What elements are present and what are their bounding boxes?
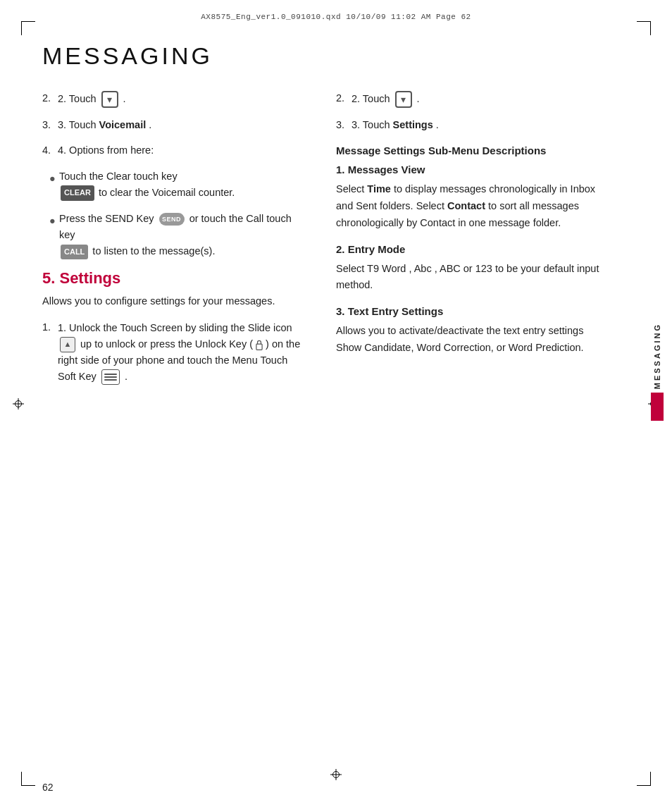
left-item-3: 3. 3. Touch Voicemail.	[42, 118, 308, 133]
item2-num: 2.	[42, 91, 58, 106]
svg-rect-0	[256, 344, 262, 350]
send-key-icon: SEND	[159, 213, 185, 226]
section1-body-pre: Select	[336, 183, 367, 195]
item3-num: 3.	[42, 118, 58, 133]
item3-content: 3. Touch Voicemail.	[58, 118, 308, 133]
reg-mark-left	[13, 398, 24, 409]
menu-soft-key-icon	[101, 369, 120, 385]
right-item2-prefix: 2. Touch	[351, 92, 390, 107]
left-item-4: 4. 4. Options from here:	[42, 143, 308, 159]
side-tab-bar	[651, 393, 664, 421]
bullet2-prefix: Press the SEND Key	[59, 213, 154, 224]
msg-settings-title: Message Settings Sub-Menu Descriptions	[336, 143, 602, 158]
content-area: MESSAGING 2. 2. Touch . 3.	[42, 35, 630, 772]
reg-mark-bottom	[330, 769, 342, 780]
item2-prefix: 2. Touch	[58, 92, 97, 107]
left-item-2: 2. 2. Touch .	[42, 91, 308, 108]
item3-bold: Voicemail	[99, 118, 147, 133]
section2-title: 2. Entry Mode	[336, 242, 602, 257]
section1-title: 1. Messages View	[336, 162, 602, 177]
bullet1-suffix: to clear the Voicemail counter.	[99, 187, 235, 198]
unlock-num: 1.	[42, 320, 58, 335]
two-column-layout: 2. 2. Touch . 3. 3. Touch Voicemail.	[42, 91, 602, 395]
item4-num: 4.	[42, 143, 58, 159]
section1-bold2: Contact	[447, 200, 485, 211]
call-key-badge: CALL	[61, 245, 88, 260]
right-item3-content: 3. Touch Settings.	[351, 118, 602, 133]
item4-prefix: 4. Options from here:	[58, 143, 154, 159]
bullet-item-send: ● Press the SEND Key SEND or touch the C…	[42, 211, 308, 260]
bullet-content-send: Press the SEND Key SEND or touch the Cal…	[59, 211, 308, 260]
side-tab: MESSAGING	[651, 323, 664, 421]
crop-mark-bl-v	[21, 772, 22, 786]
unlock-end: .	[125, 371, 127, 382]
page-title: MESSAGING	[42, 42, 602, 70]
bullet-dot-1: ●	[49, 171, 59, 187]
settings-heading: 5. Settings	[42, 269, 308, 288]
unlock-content: 1. Unlock the Touch Screen by sliding th…	[58, 320, 308, 386]
section1-bold1: Time	[367, 183, 391, 195]
bullet2-suffix: to listen to the message(s).	[92, 245, 215, 257]
item4-content: 4. Options from here:	[58, 143, 308, 159]
arrow-down-icon-right	[395, 91, 412, 108]
right-item3-bold: Settings	[393, 118, 433, 133]
crop-mark-br-h	[637, 785, 651, 786]
settings-description: Allows you to configure settings for you…	[42, 293, 308, 309]
header-text: AX8575_Eng_ver1.0_091010.qxd 10/10/09 11…	[201, 13, 471, 21]
right-item3-suffix: .	[436, 118, 439, 133]
right-item2-content: 2. Touch .	[351, 91, 602, 108]
page-number: 62	[42, 782, 54, 793]
section1-body: Select Time to display messages chronolo…	[336, 181, 602, 232]
section3-title: 3. Text Entry Settings	[336, 304, 602, 319]
unlock-prefix: 1. Unlock the Touch Screen by sliding th…	[58, 322, 292, 333]
section2-body: Select T9 Word , Abc , ABC or 123 to be …	[336, 261, 602, 295]
right-item2-num: 2.	[336, 91, 351, 106]
bullet-content-clear: Touch the Clear touch key CLEAR to clear…	[59, 168, 308, 201]
clear-key-badge: CLEAR	[61, 185, 94, 201]
left-column: 2. 2. Touch . 3. 3. Touch Voicemail.	[42, 91, 308, 395]
unlock-middle: up to unlock or press the Unlock Key (	[80, 338, 253, 350]
right-item3-num: 3.	[336, 118, 351, 133]
right-item-2: 2. 2. Touch .	[336, 91, 602, 108]
page-header: AX8575_Eng_ver1.0_091010.qxd 10/10/09 11…	[7, 7, 665, 27]
right-item3-prefix: 3. Touch	[351, 118, 390, 133]
item2-content: 2. Touch .	[58, 91, 308, 108]
bullet1-text: Touch the Clear touch key	[59, 171, 178, 182]
main-content: MESSAGING 2. 2. Touch . 3.	[42, 35, 630, 772]
right-column: 2. 2. Touch . 3. 3. Touch Settings.	[336, 91, 602, 395]
slide-icon-up	[60, 337, 75, 352]
crop-mark-bl-h	[21, 785, 35, 786]
section3-body: Allows you to activate/deactivate the te…	[336, 323, 602, 357]
arrow-down-icon-left	[101, 91, 118, 108]
unlock-key-svg	[254, 338, 264, 351]
bullet-item-clear: ● Touch the Clear touch key CLEAR to cle…	[42, 168, 308, 201]
item3-suffix: .	[149, 118, 151, 133]
side-tab-text: MESSAGING	[653, 323, 661, 389]
right-item-3: 3. 3. Touch Settings.	[336, 118, 602, 133]
crop-mark-br-v	[650, 772, 651, 786]
unlock-item: 1. 1. Unlock the Touch Screen by sliding…	[42, 320, 308, 386]
item3-prefix: 3. Touch	[58, 118, 97, 133]
bullet-dot-2: ●	[49, 214, 59, 229]
